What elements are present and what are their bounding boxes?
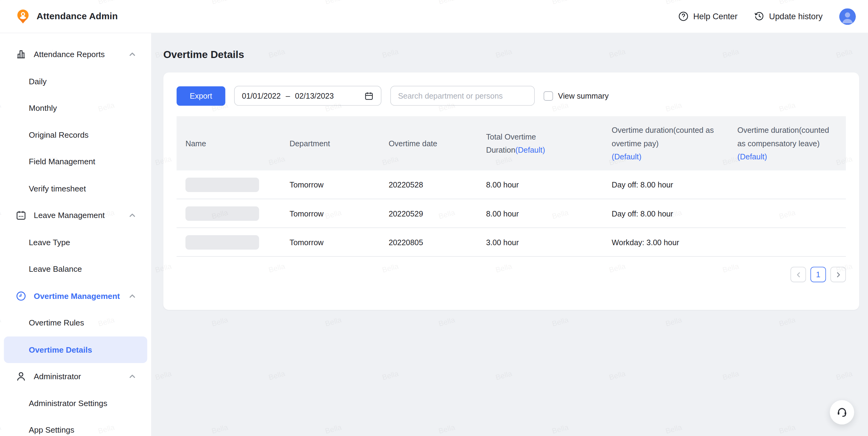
top-bar: Attendance Admin Help Center Update h	[0, 0, 868, 33]
cell-value: Day off: 8.00 hour	[612, 209, 673, 218]
cell-value: Day off: 8.00 hour	[612, 180, 673, 189]
cell-compensatory-leave	[728, 170, 846, 198]
page-number-button[interactable]: 1	[811, 267, 826, 282]
export-button[interactable]: Export	[177, 86, 225, 105]
pagination: 1	[177, 267, 846, 282]
cell-overtime-date: 20220529	[380, 199, 477, 227]
table-row: Tomorrow202205288.00 hourDay off: 8.00 h…	[177, 170, 846, 199]
bar-chart-icon	[16, 49, 27, 60]
date-separator: –	[285, 91, 290, 100]
date-start: 01/01/2022	[242, 91, 281, 100]
sidebar-section-overtime-management[interactable]: Overtime Management	[0, 282, 151, 309]
column-header-text: Department	[289, 137, 330, 150]
sidebar-item-verify-timesheet[interactable]: Verify timesheet	[0, 175, 151, 202]
sidebar-section-administrator[interactable]: Administrator	[0, 363, 151, 390]
column-header-text: Overtime duration(counted as overtime pa…	[612, 123, 719, 163]
prev-page-button[interactable]	[790, 267, 806, 282]
view-summary-toggle[interactable]: View summary	[544, 91, 609, 100]
cell-name	[177, 228, 281, 256]
help-icon	[678, 11, 689, 21]
column-header-text: Name	[185, 137, 206, 150]
column-header-overtime-duration: Overtime duration(counted as overtime pa…	[603, 116, 728, 171]
cell-value: Tomorrow	[289, 180, 323, 189]
cell-overtime-pay: Workday: 3.00 hour	[603, 228, 728, 256]
help-center-link[interactable]: Help Center	[678, 11, 738, 21]
cell-compensatory-leave	[728, 199, 846, 227]
support-button[interactable]	[830, 400, 854, 425]
sidebar-item-leave-type[interactable]: Leave Type	[0, 229, 151, 255]
cell-name	[177, 199, 281, 227]
column-header-department: Department	[281, 116, 380, 171]
cell-total-duration: 3.00 hour	[477, 228, 602, 256]
column-header-text: Overtime duration(counted as compensator…	[737, 123, 837, 163]
cell-compensatory-leave	[728, 228, 846, 256]
cell-total-duration: 8.00 hour	[477, 170, 602, 198]
cell-value: 3.00 hour	[486, 238, 519, 246]
headset-icon	[836, 406, 848, 418]
column-header-overtime-duration: Overtime duration(counted as compensator…	[728, 116, 846, 171]
table-header-row: NameDepartmentOvertime dateTotal Overtim…	[177, 116, 846, 171]
sidebar-item-label: Leave Balance	[29, 265, 82, 274]
redacted-name	[185, 177, 259, 192]
app-title: Attendance Admin	[37, 11, 118, 21]
table-row: Tomorrow202208053.00 hourWorkday: 3.00 h…	[177, 228, 846, 257]
calendar-icon	[364, 91, 374, 100]
view-summary-checkbox[interactable]	[544, 91, 553, 100]
sidebar-item-label: Original Records	[29, 130, 89, 139]
sidebar-item-label: Field Management	[29, 157, 95, 166]
sidebar-item-label: Administrator Settings	[29, 399, 107, 408]
cell-overtime-date: 20220528	[380, 170, 477, 198]
column-header-text: Total Overtime Duration(Default)	[486, 130, 594, 157]
overtime-table: NameDepartmentOvertime dateTotal Overtim…	[177, 116, 846, 257]
sidebar-section-leave-management[interactable]: Leave Management	[0, 202, 151, 229]
column-header-name: Name	[177, 116, 281, 171]
sidebar-item-daily[interactable]: Daily	[0, 68, 151, 95]
column-label: Overtime date	[389, 139, 437, 148]
search-input[interactable]	[390, 86, 535, 106]
sidebar-item-label: Overtime Details	[29, 345, 92, 354]
column-header-text: Overtime date	[389, 137, 437, 150]
column-label: Overtime duration(counted as overtime pa…	[612, 125, 714, 148]
chevron-up-icon	[128, 291, 137, 301]
chevron-up-icon	[128, 211, 137, 220]
column-label: Department	[289, 139, 330, 148]
sidebar-item-monthly[interactable]: Monthly	[0, 95, 151, 122]
date-range-picker[interactable]: 01/01/2022 – 02/13/2023	[234, 86, 381, 106]
sidebar-item-original-records[interactable]: Original Records	[0, 122, 151, 148]
sidebar-item-field-management[interactable]: Field Management	[0, 148, 151, 175]
column-default-suffix: (Default)	[612, 150, 719, 163]
sidebar-item-leave-balance[interactable]: Leave Balance	[0, 255, 151, 282]
cell-overtime-pay: Day off: 8.00 hour	[603, 170, 728, 198]
cell-name	[177, 170, 281, 198]
sidebar-item-overtime-details[interactable]: Overtime Details	[4, 336, 147, 363]
user-avatar[interactable]	[839, 8, 856, 24]
sidebar-item-administrator-settings[interactable]: Administrator Settings	[0, 390, 151, 417]
column-default-suffix: (Default)	[737, 150, 837, 163]
brand: Attendance Admin	[16, 9, 118, 24]
column-label: Overtime duration(counted as compensator…	[737, 125, 829, 148]
attendance-admin-app: { "app": { "title": "Attendance Admin" }…	[0, 0, 868, 436]
next-page-button[interactable]	[831, 267, 846, 282]
user-icon	[16, 371, 27, 382]
sidebar-section-label: Leave Management	[34, 211, 105, 220]
column-header-total-overtime-duration: Total Overtime Duration(Default)	[477, 116, 602, 171]
redacted-name	[185, 235, 259, 249]
calendar-icon	[16, 210, 27, 221]
chevron-up-icon	[128, 50, 137, 59]
clock-icon	[16, 290, 27, 301]
toolbar: Export 01/01/2022 – 02/13/2023 V	[177, 86, 846, 106]
help-center-label: Help Center	[693, 11, 738, 21]
table-body: Tomorrow202205288.00 hourDay off: 8.00 h…	[177, 170, 846, 257]
cell-value: 20220805	[389, 238, 423, 246]
update-history-link[interactable]: Update history	[754, 11, 823, 21]
sidebar-section-attendance-reports[interactable]: Attendance Reports	[0, 41, 151, 68]
sidebar-section-label: Overtime Management	[34, 291, 120, 301]
column-default-suffix: (Default)	[515, 146, 545, 155]
table-row: Tomorrow202205298.00 hourDay off: 8.00 h…	[177, 199, 846, 228]
view-summary-label: View summary	[558, 91, 609, 100]
sidebar-item-app-settings[interactable]: App Settings	[0, 417, 151, 436]
cell-department: Tomorrow	[281, 228, 380, 256]
sidebar-item-overtime-rules[interactable]: Overtime Rules	[0, 309, 151, 336]
cell-overtime-date: 20220805	[380, 228, 477, 256]
sidebar-item-label: Leave Type	[29, 238, 70, 247]
